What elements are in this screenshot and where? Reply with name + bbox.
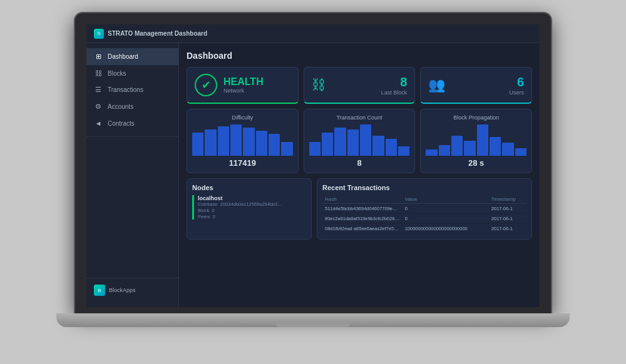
- sidebar-item-transactions[interactable]: ☰ Transactions: [86, 81, 178, 98]
- users-label: Users: [509, 89, 524, 96]
- bar-4: [464, 141, 475, 156]
- tx-timestamp-0: 2017-06-1: [489, 204, 526, 214]
- col-value: Value: [403, 195, 489, 204]
- col-timestamp: Timestamp: [489, 195, 526, 204]
- bar-6: [372, 136, 384, 156]
- tx-hash-2: 08d1fb92ead a85ee6aeas2ef7e55c1c2bc932e6…: [322, 224, 403, 234]
- bottom-row: Nodes localhost Coinbase 20034db0ec12569…: [187, 178, 532, 240]
- sidebar-item-blocks[interactable]: ⛓ Blocks: [86, 65, 178, 81]
- sidebar-label-contracts: Contracts: [108, 120, 135, 127]
- laptop-shell: S STRATO Management Dashboard ⊞ Dashboar…: [56, 13, 570, 351]
- sidebar-footer: B BlockApps: [86, 278, 178, 302]
- tx-timestamp-2: 2017-06-1: [489, 224, 526, 234]
- transactions-icon: ☰: [94, 86, 103, 94]
- node-item: localhost Coinbase 20034db0ec12569a294bb…: [192, 195, 306, 220]
- sidebar-item-contracts[interactable]: ◄ Contracts: [86, 115, 178, 131]
- bar-3: [334, 128, 346, 156]
- tx-value-1: 0: [403, 214, 489, 224]
- last-block-value: 8: [400, 75, 407, 89]
- accounts-icon: ⚙: [94, 103, 103, 111]
- charts-row: Difficulty 117419: [187, 109, 532, 173]
- users-card: 👥 6 Users: [420, 67, 532, 104]
- page-title: Dashboard: [187, 51, 532, 61]
- nodes-section-title: Nodes: [192, 184, 306, 191]
- bar-2: [322, 133, 333, 156]
- transactions-card: Recent Transactions Hash Value Timestamp: [317, 178, 532, 240]
- blockapps-label: BlockApps: [109, 287, 136, 293]
- node-peers: Peers 0: [198, 214, 306, 220]
- table-row: 80ec2a91da8af319e9b3cfc2b026da668f085c95…: [322, 214, 526, 224]
- health-label: HEALTH: [223, 76, 264, 88]
- health-icon: ✔: [195, 74, 217, 96]
- tx-count-chart-bars: [309, 124, 410, 156]
- bar-5: [477, 124, 488, 156]
- sidebar-divider: [86, 136, 178, 137]
- app-header: S STRATO Management Dashboard: [86, 24, 540, 43]
- bar-4: [347, 129, 359, 156]
- bar-7: [269, 134, 280, 156]
- bar-1: [192, 133, 203, 156]
- bar-6: [490, 137, 501, 156]
- last-block-label: Last Block: [381, 89, 408, 96]
- node-block: Block 0: [198, 208, 306, 213]
- tx-count-chart-card: Transaction Count 8: [304, 109, 416, 173]
- tx-table: Hash Value Timestamp 511d4e5bcbb43694d04…: [322, 195, 526, 234]
- app-body: ⊞ Dashboard ⛓ Blocks ☰ Transactions ⚙ Ac…: [86, 43, 540, 307]
- chain-icon: ⛓: [312, 77, 326, 93]
- sidebar-label-accounts: Accounts: [108, 103, 133, 110]
- table-row: 08d1fb92ead a85ee6aeas2ef7e55c1c2bc932e6…: [322, 224, 526, 234]
- col-hash: Hash: [322, 195, 403, 204]
- screen-bezel: S STRATO Management Dashboard ⊞ Dashboar…: [75, 13, 551, 313]
- contracts-icon: ◄: [94, 119, 103, 127]
- nodes-card: Nodes localhost Coinbase 20034db0ec12569…: [187, 178, 312, 240]
- bar-4: [230, 124, 242, 156]
- bar-1: [426, 149, 437, 156]
- bar-2: [205, 129, 216, 156]
- difficulty-chart-card: Difficulty 117419: [187, 109, 299, 173]
- sidebar-item-dashboard[interactable]: ⊞ Dashboard: [86, 48, 178, 65]
- sidebar-label-transactions: Transactions: [108, 86, 143, 93]
- main-content: Dashboard ✔ HEALTH Network: [179, 43, 540, 307]
- sidebar-item-accounts[interactable]: ⚙ Accounts: [86, 98, 178, 115]
- block-prop-chart-title: Block Propagation: [426, 114, 526, 121]
- stats-row: ✔ HEALTH Network ⛓ 8 Last Block: [187, 67, 532, 104]
- bar-6: [256, 131, 267, 156]
- health-card: ✔ HEALTH Network: [187, 67, 299, 104]
- tx-count-value: 8: [309, 158, 410, 168]
- bar-8: [515, 148, 526, 156]
- tx-hash-1: 80ec2a91da8af319e9b3cfc2b026da668f085c95…: [322, 214, 403, 224]
- node-name: localhost: [198, 195, 306, 201]
- sidebar-label-blocks: Blocks: [108, 70, 126, 77]
- transactions-section-title: Recent Transactions: [322, 184, 526, 191]
- dashboard-icon: ⊞: [94, 53, 103, 61]
- bar-5: [360, 124, 371, 156]
- users-icon: 👥: [428, 77, 445, 93]
- block-prop-value: 28 s: [426, 158, 526, 168]
- bar-5: [243, 128, 254, 156]
- difficulty-value: 117419: [192, 158, 293, 168]
- sidebar-label-dashboard: Dashboard: [108, 53, 138, 60]
- bar-3: [451, 136, 463, 156]
- bar-1: [309, 142, 321, 156]
- app-logo: S STRATO Management Dashboard: [94, 29, 207, 39]
- tx-value-0: 0: [403, 204, 489, 214]
- bar-2: [439, 145, 450, 156]
- screen: S STRATO Management Dashboard ⊞ Dashboar…: [86, 24, 540, 307]
- last-block-card: ⛓ 8 Last Block: [304, 67, 416, 104]
- blocks-icon: ⛓: [94, 69, 103, 77]
- health-text: HEALTH Network: [223, 76, 264, 94]
- table-row: 511d4e5bcbb43694d04607709eb43beba51443ec…: [322, 204, 526, 214]
- difficulty-chart-bars: [192, 124, 293, 156]
- difficulty-chart-title: Difficulty: [192, 114, 293, 121]
- bar-3: [218, 126, 229, 156]
- block-prop-chart-bars: [426, 124, 526, 156]
- node-coinbase: Coinbase 20034db0ec12569a294bb3...: [198, 201, 306, 207]
- logo-icon: S: [94, 29, 104, 39]
- blockapps-logo-icon: B: [94, 285, 105, 296]
- tx-value-2: 100000000000000000000000: [403, 224, 489, 234]
- block-prop-chart-card: Block Propagation 28: [420, 109, 532, 173]
- tx-hash-0: 511d4e5bcbb43694d04607709eb43beba51443ec…: [322, 204, 403, 214]
- users-value: 6: [517, 75, 524, 89]
- bar-8: [281, 142, 292, 156]
- tx-count-chart-title: Transaction Count: [309, 114, 410, 121]
